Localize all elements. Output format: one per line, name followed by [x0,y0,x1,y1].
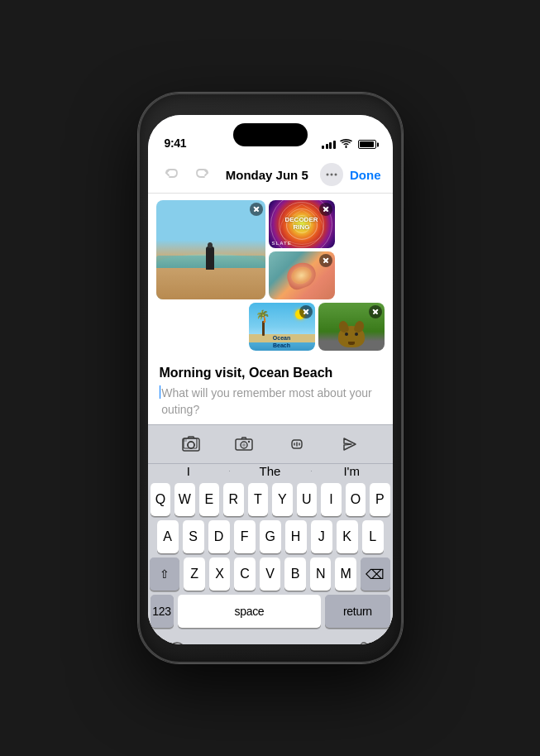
key-F[interactable]: F [234,520,256,553]
key-A[interactable]: A [157,520,179,553]
keyboard: Q W E R T Y U I O P A S D F G [148,478,393,635]
toolbar: Monday Jun 5 Done [148,155,393,194]
status-time: 9:41 [165,136,187,150]
volume-down-button[interactable] [138,260,140,297]
space-key[interactable]: space [178,595,322,628]
decoder-close-button[interactable] [319,203,332,216]
key-X[interactable]: X [209,557,231,591]
svg-point-1 [331,174,333,176]
beach-close-button[interactable] [250,203,263,216]
svg-point-2 [335,174,337,176]
key-D[interactable]: D [208,520,230,553]
svg-point-0 [327,174,329,176]
wifi-icon [340,139,352,150]
photo-accessory-button[interactable] [179,432,203,457]
toolbar-right: Done [320,163,381,186]
toolbar-left [160,163,214,186]
spacer [156,303,246,351]
send-accessory-button[interactable] [337,432,362,457]
undo-button[interactable] [160,163,183,186]
key-S[interactable]: S [183,520,204,553]
note-area[interactable]: Morning visit, Ocean Beach What will you… [148,357,393,424]
more-button[interactable] [320,163,343,186]
note-body[interactable]: What will you remember most about your o… [160,385,381,418]
key-C[interactable]: C [234,557,256,591]
key-R[interactable]: R [223,483,244,516]
dog-close-button[interactable] [369,305,382,318]
key-T[interactable]: T [248,483,269,516]
key-H[interactable]: H [285,520,307,553]
beach-photo-item[interactable] [156,200,265,299]
volume-up-button[interactable] [138,214,140,251]
signal-icon [322,140,336,149]
key-P[interactable]: P [370,483,390,516]
key-O[interactable]: O [346,483,366,516]
svg-point-12 [169,643,185,644]
silent-switch[interactable] [138,177,140,202]
autocomplete-item-0[interactable]: I [148,464,230,478]
ocean-beach-item[interactable]: 🌴 OceanBeach [249,303,315,351]
key-Q[interactable]: Q [151,483,171,516]
autocomplete-label-1: The [260,464,281,478]
media-grid: DECODERRING SLATE [148,194,393,357]
ocean-beach-label: OceanBeach [249,335,315,349]
key-U[interactable]: U [297,483,318,516]
battery-icon [358,140,376,149]
autocomplete-item-2[interactable]: I'm [311,464,393,478]
key-W[interactable]: W [174,483,195,516]
mic-button[interactable] [351,639,376,644]
note-title: Morning visit, Ocean Beach [160,366,381,380]
shift-key[interactable]: ⇧ [150,557,179,591]
key-Y[interactable]: Y [272,483,293,516]
key-B[interactable]: B [284,557,306,591]
redo-button[interactable] [191,163,214,186]
screen: 9:41 [148,115,393,644]
key-K[interactable]: K [337,520,358,553]
key-V[interactable]: V [260,557,281,591]
number-key[interactable]: 123 [151,595,174,628]
key-L[interactable]: L [362,520,384,553]
autocomplete-bar: I The I'm [148,463,393,478]
input-accessories-bar [148,424,393,463]
autocomplete-label-0: I [187,464,190,478]
svg-point-10 [242,443,246,447]
right-column: DECODERRING SLATE [269,200,335,299]
keyboard-row-2: A S D F G H J K L [151,520,390,553]
note-placeholder: What will you remember most about your o… [161,385,380,418]
key-J[interactable]: J [311,520,332,553]
power-button[interactable] [401,227,403,280]
key-N[interactable]: N [310,557,332,591]
beach-photo [156,200,265,299]
svg-rect-15 [361,643,367,644]
delete-key[interactable]: ⌫ [361,557,390,591]
ocean-beach-close-button[interactable] [299,305,313,318]
main-content: Monday Jun 5 Done [148,155,393,644]
shell-photo-item[interactable] [269,251,335,299]
emoji-button[interactable] [165,639,189,644]
status-icons [322,139,376,150]
key-Z[interactable]: Z [184,557,205,591]
toolbar-title: Monday Jun 5 [214,168,321,182]
dog-photo-item[interactable] [318,303,385,351]
keyboard-row-3: ⇧ Z X C V B N M ⌫ [151,557,390,591]
key-I[interactable]: I [321,483,342,516]
shell-close-button[interactable] [319,254,332,267]
keyboard-row-4: 123 space return [151,595,390,628]
key-M[interactable]: M [335,557,356,591]
media-row-top: DECODERRING SLATE [156,200,385,299]
keyboard-row-1: Q W E R T Y U I O P [151,483,390,516]
autocomplete-label-2: I'm [343,464,360,478]
return-key[interactable]: return [325,595,389,628]
svg-point-6 [188,442,194,448]
dictation-accessory-button[interactable] [284,432,309,457]
autocomplete-item-1[interactable]: The [229,464,311,478]
key-G[interactable]: G [260,520,281,553]
bottom-bar [148,635,393,644]
decoder-ring-item[interactable]: DECODERRING SLATE [269,200,335,248]
key-E[interactable]: E [199,483,220,516]
done-button[interactable]: Done [350,168,381,182]
text-cursor [160,385,161,399]
phone-frame: 9:41 [138,93,403,663]
camera-accessory-button[interactable] [232,432,256,457]
svg-point-11 [247,441,249,443]
